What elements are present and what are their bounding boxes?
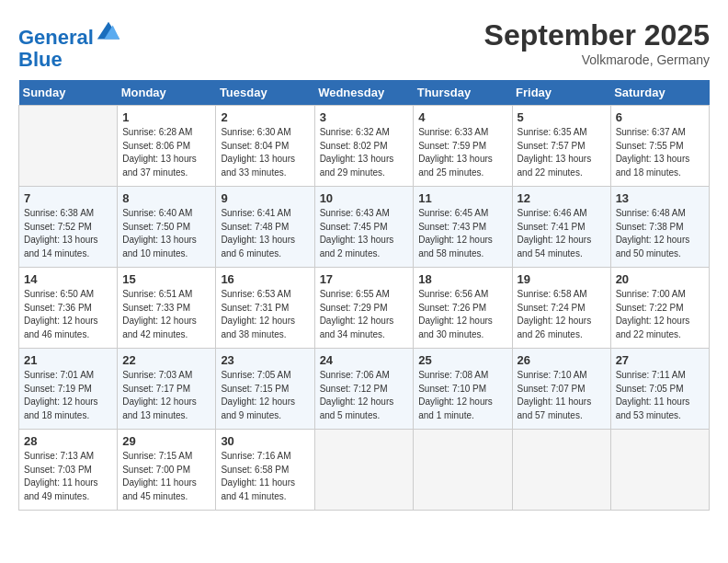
weekday-header-tuesday: Tuesday — [216, 80, 314, 106]
day-info: Sunrise: 7:08 AMSunset: 7:10 PMDaylight:… — [418, 369, 506, 422]
day-info: Sunrise: 7:16 AMSunset: 6:58 PMDaylight:… — [221, 450, 309, 503]
page-header: General Blue September 2025 Volkmarode, … — [18, 18, 710, 71]
calendar-cell: 18Sunrise: 6:56 AMSunset: 7:26 PMDayligh… — [414, 268, 512, 349]
day-number: 26 — [518, 353, 606, 367]
day-number: 2 — [221, 110, 309, 124]
week-row-2: 7Sunrise: 6:38 AMSunset: 7:52 PMDaylight… — [19, 187, 710, 268]
day-info: Sunrise: 6:30 AMSunset: 8:04 PMDaylight:… — [221, 126, 309, 179]
calendar-cell: 7Sunrise: 6:38 AMSunset: 7:52 PMDaylight… — [19, 187, 118, 268]
day-info: Sunrise: 6:33 AMSunset: 7:59 PMDaylight:… — [418, 126, 506, 179]
calendar-cell: 17Sunrise: 6:55 AMSunset: 7:29 PMDayligh… — [314, 268, 414, 349]
day-info: Sunrise: 6:50 AMSunset: 7:36 PMDaylight:… — [24, 288, 112, 341]
weekday-header-monday: Monday — [118, 80, 216, 106]
day-info: Sunrise: 6:58 AMSunset: 7:24 PMDaylight:… — [518, 288, 606, 341]
day-number: 16 — [221, 272, 309, 286]
day-info: Sunrise: 6:37 AMSunset: 7:55 PMDaylight:… — [616, 126, 704, 179]
day-info: Sunrise: 7:10 AMSunset: 7:07 PMDaylight:… — [518, 369, 606, 422]
calendar-cell: 19Sunrise: 6:58 AMSunset: 7:24 PMDayligh… — [512, 268, 610, 349]
calendar-cell: 25Sunrise: 7:08 AMSunset: 7:10 PMDayligh… — [414, 349, 512, 430]
day-number: 24 — [320, 353, 409, 367]
calendar-cell: 3Sunrise: 6:32 AMSunset: 8:02 PMDaylight… — [314, 106, 414, 187]
day-number: 19 — [518, 272, 606, 286]
calendar-cell: 20Sunrise: 7:00 AMSunset: 7:22 PMDayligh… — [610, 268, 709, 349]
calendar-cell: 22Sunrise: 7:03 AMSunset: 7:17 PMDayligh… — [118, 349, 216, 430]
calendar-cell: 11Sunrise: 6:45 AMSunset: 7:43 PMDayligh… — [414, 187, 512, 268]
day-number: 27 — [616, 353, 704, 367]
day-info: Sunrise: 7:05 AMSunset: 7:15 PMDaylight:… — [221, 369, 309, 422]
day-number: 15 — [122, 272, 210, 286]
day-number: 5 — [518, 110, 606, 124]
day-number: 13 — [616, 191, 704, 205]
day-info: Sunrise: 7:01 AMSunset: 7:19 PMDaylight:… — [24, 369, 112, 422]
weekday-header-wednesday: Wednesday — [314, 80, 414, 106]
day-number: 28 — [24, 434, 112, 448]
week-row-1: 1Sunrise: 6:28 AMSunset: 8:06 PMDaylight… — [19, 106, 710, 187]
calendar-cell: 10Sunrise: 6:43 AMSunset: 7:45 PMDayligh… — [314, 187, 414, 268]
day-info: Sunrise: 6:43 AMSunset: 7:45 PMDaylight:… — [320, 207, 409, 260]
weekday-header-friday: Friday — [512, 80, 610, 106]
day-number: 20 — [616, 272, 704, 286]
day-info: Sunrise: 7:15 AMSunset: 7:00 PMDaylight:… — [122, 450, 210, 503]
day-info: Sunrise: 7:03 AMSunset: 7:17 PMDaylight:… — [122, 369, 210, 422]
day-info: Sunrise: 7:11 AMSunset: 7:05 PMDaylight:… — [616, 369, 704, 422]
day-info: Sunrise: 6:38 AMSunset: 7:52 PMDaylight:… — [24, 207, 112, 260]
day-number: 9 — [221, 191, 309, 205]
calendar-cell: 1Sunrise: 6:28 AMSunset: 8:06 PMDaylight… — [118, 106, 216, 187]
day-number: 22 — [122, 353, 210, 367]
weekday-header-sunday: Sunday — [19, 80, 118, 106]
day-number: 21 — [24, 353, 112, 367]
calendar-cell: 23Sunrise: 7:05 AMSunset: 7:15 PMDayligh… — [216, 349, 314, 430]
day-number: 8 — [122, 191, 210, 205]
day-info: Sunrise: 6:40 AMSunset: 7:50 PMDaylight:… — [122, 207, 210, 260]
calendar-cell — [610, 430, 709, 511]
calendar-cell — [512, 430, 610, 511]
calendar-cell: 13Sunrise: 6:48 AMSunset: 7:38 PMDayligh… — [610, 187, 709, 268]
calendar-cell: 30Sunrise: 7:16 AMSunset: 6:58 PMDayligh… — [216, 430, 314, 511]
calendar-cell: 8Sunrise: 6:40 AMSunset: 7:50 PMDaylight… — [118, 187, 216, 268]
month-title: September 2025 — [484, 18, 710, 52]
calendar-cell: 28Sunrise: 7:13 AMSunset: 7:03 PMDayligh… — [19, 430, 118, 511]
day-number: 6 — [616, 110, 704, 124]
day-info: Sunrise: 6:53 AMSunset: 7:31 PMDaylight:… — [221, 288, 309, 341]
calendar-cell: 24Sunrise: 7:06 AMSunset: 7:12 PMDayligh… — [314, 349, 414, 430]
calendar-cell: 26Sunrise: 7:10 AMSunset: 7:07 PMDayligh… — [512, 349, 610, 430]
day-info: Sunrise: 7:00 AMSunset: 7:22 PMDaylight:… — [616, 288, 704, 341]
calendar-cell: 6Sunrise: 6:37 AMSunset: 7:55 PMDaylight… — [610, 106, 709, 187]
calendar-cell — [414, 430, 512, 511]
day-number: 3 — [320, 110, 409, 124]
day-info: Sunrise: 6:45 AMSunset: 7:43 PMDaylight:… — [418, 207, 506, 260]
day-number: 10 — [320, 191, 409, 205]
day-number: 23 — [221, 353, 309, 367]
calendar-cell: 21Sunrise: 7:01 AMSunset: 7:19 PMDayligh… — [19, 349, 118, 430]
day-info: Sunrise: 6:32 AMSunset: 8:02 PMDaylight:… — [320, 126, 409, 179]
calendar-cell: 27Sunrise: 7:11 AMSunset: 7:05 PMDayligh… — [610, 349, 709, 430]
logo-icon — [96, 18, 121, 44]
calendar-cell — [314, 430, 414, 511]
day-number: 14 — [24, 272, 112, 286]
week-row-4: 21Sunrise: 7:01 AMSunset: 7:19 PMDayligh… — [19, 349, 710, 430]
weekday-header-thursday: Thursday — [414, 80, 512, 106]
week-row-3: 14Sunrise: 6:50 AMSunset: 7:36 PMDayligh… — [19, 268, 710, 349]
day-number: 25 — [418, 353, 506, 367]
day-info: Sunrise: 6:28 AMSunset: 8:06 PMDaylight:… — [122, 126, 210, 179]
day-number: 11 — [418, 191, 506, 205]
calendar-cell: 5Sunrise: 6:35 AMSunset: 7:57 PMDaylight… — [512, 106, 610, 187]
calendar-cell: 2Sunrise: 6:30 AMSunset: 8:04 PMDaylight… — [216, 106, 314, 187]
day-info: Sunrise: 6:56 AMSunset: 7:26 PMDaylight:… — [418, 288, 506, 341]
calendar-cell — [19, 106, 118, 187]
weekday-header-saturday: Saturday — [610, 80, 709, 106]
day-info: Sunrise: 6:55 AMSunset: 7:29 PMDaylight:… — [320, 288, 409, 341]
calendar-cell: 14Sunrise: 6:50 AMSunset: 7:36 PMDayligh… — [19, 268, 118, 349]
week-row-5: 28Sunrise: 7:13 AMSunset: 7:03 PMDayligh… — [19, 430, 710, 511]
location: Volkmarode, Germany — [484, 52, 710, 67]
weekday-header-row: SundayMondayTuesdayWednesdayThursdayFrid… — [19, 80, 710, 106]
day-info: Sunrise: 7:06 AMSunset: 7:12 PMDaylight:… — [320, 369, 409, 422]
day-number: 30 — [221, 434, 309, 448]
day-info: Sunrise: 6:35 AMSunset: 7:57 PMDaylight:… — [518, 126, 606, 179]
day-info: Sunrise: 6:48 AMSunset: 7:38 PMDaylight:… — [616, 207, 704, 260]
day-info: Sunrise: 7:13 AMSunset: 7:03 PMDaylight:… — [24, 450, 112, 503]
calendar-cell: 15Sunrise: 6:51 AMSunset: 7:33 PMDayligh… — [118, 268, 216, 349]
calendar-cell: 9Sunrise: 6:41 AMSunset: 7:48 PMDaylight… — [216, 187, 314, 268]
day-number: 17 — [320, 272, 409, 286]
calendar-cell: 12Sunrise: 6:46 AMSunset: 7:41 PMDayligh… — [512, 187, 610, 268]
